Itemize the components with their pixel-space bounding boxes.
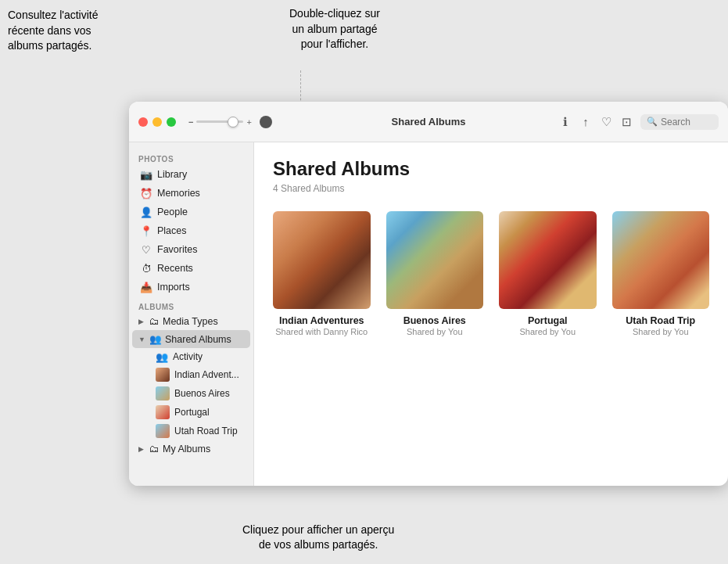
slider-track — [196, 120, 243, 123]
zoom-slider[interactable]: − + — [188, 116, 272, 128]
sidebar-item-my-albums[interactable]: ▶ 🗂 My Albums — [132, 440, 250, 458]
album-area: Shared Albums 4 Shared Albums Indian Adv… — [254, 142, 728, 486]
traffic-lights — [138, 117, 176, 127]
album-thumbnail-portugal — [499, 211, 597, 309]
sidebar-item-label: Shared Albums — [165, 334, 231, 345]
album-thumb-mini — [156, 386, 170, 401]
annotation-top-center: Double-cliquez sur un album partagé pour… — [289, 6, 380, 52]
shared-albums-icon: 👥 — [149, 333, 162, 345]
sidebar-item-people[interactable]: 👤 People — [132, 203, 250, 221]
sidebar-item-label: Portugal — [174, 407, 210, 418]
close-button[interactable] — [138, 117, 148, 127]
sidebar-item-imports[interactable]: 📥 Imports — [132, 278, 250, 296]
album-name: Portugal — [499, 315, 597, 326]
titlebar: − + Shared Albums ℹ ↑ ♡ ⊡ 🔍 — [129, 102, 728, 142]
favorites-icon: ♡ — [140, 243, 152, 256]
my-albums-icon: 🗂 — [149, 444, 160, 454]
sidebar-item-media-types[interactable]: ▶ 🗂 Media Types — [132, 313, 250, 330]
activity-icon: 👥 — [156, 350, 168, 363]
album-thumb-mini — [156, 405, 170, 419]
share-icon[interactable]: ↑ — [579, 116, 592, 128]
memories-icon: ⏰ — [140, 187, 152, 199]
sidebar: Photos 📷 Library ⏰ Memories 👤 People 📍 P… — [129, 142, 254, 486]
shared-albums-children: 👥 Activity Indian Advent... Buenos Aires… — [129, 348, 253, 440]
sidebar-item-label: Recents — [157, 263, 193, 274]
info-icon[interactable]: ℹ — [559, 116, 572, 128]
album-shared-by: Shared by You — [612, 327, 710, 336]
sidebar-item-memories[interactable]: ⏰ Memories — [132, 184, 250, 203]
search-input[interactable] — [661, 117, 715, 128]
people-icon: 👤 — [140, 206, 152, 218]
search-icon: 🔍 — [647, 117, 658, 127]
albums-grid: Indian Adventures Shared with Danny Rico… — [273, 211, 709, 336]
chevron-right-icon: ▶ — [138, 318, 146, 325]
annotation-bottom-center: Cliquez pour afficher un aperçu de vos a… — [242, 523, 394, 553]
sidebar-item-portugal[interactable]: Portugal — [149, 403, 250, 422]
album-shared-by: Shared with Danny Rico — [273, 327, 371, 336]
album-thumbnail-utah — [612, 211, 710, 309]
annotation-top-left: Consultez l'activité récente dans vos al… — [8, 8, 99, 54]
sidebar-item-label: Buenos Aires — [174, 388, 230, 399]
app-window: − + Shared Albums ℹ ↑ ♡ ⊡ 🔍 Photos 📷 — [129, 102, 728, 486]
sidebar-item-library[interactable]: 📷 Library — [132, 165, 250, 184]
sidebar-item-shared-albums[interactable]: ▼ 👥 Shared Albums — [132, 330, 250, 348]
crop-icon[interactable]: ⊡ — [620, 116, 633, 128]
album-card-utah[interactable]: Utah Road Trip Shared by You — [612, 211, 710, 336]
album-count: 4 Shared Albums — [273, 183, 709, 194]
grid-view-button[interactable] — [260, 116, 272, 128]
folder-icon: 🗂 — [149, 316, 160, 327]
sidebar-item-recents[interactable]: ⏱ Recents — [132, 259, 250, 278]
album-shared-by: Shared by You — [499, 327, 597, 336]
albums-section-label: Albums — [129, 296, 253, 313]
maximize-button[interactable] — [167, 117, 176, 127]
sidebar-item-label: Memories — [157, 188, 200, 199]
album-name: Indian Adventures — [273, 315, 371, 326]
minimize-button[interactable] — [152, 117, 162, 127]
window-title: Shared Albums — [392, 116, 466, 128]
zoom-plus-icon[interactable]: + — [246, 117, 251, 127]
places-icon: 📍 — [140, 225, 152, 237]
album-name: Utah Road Trip — [612, 315, 710, 326]
library-icon: 📷 — [140, 168, 152, 181]
album-thumbnail-buenos — [386, 211, 484, 309]
photos-section-label: Photos — [129, 149, 253, 165]
album-thumb-mini — [156, 368, 170, 382]
sidebar-item-indian-adv[interactable]: Indian Advent... — [149, 365, 250, 384]
slider-thumb[interactable] — [228, 117, 238, 128]
sidebar-item-label: Library — [157, 169, 187, 180]
sidebar-item-label: Places — [157, 225, 187, 236]
sidebar-item-utah[interactable]: Utah Road Trip — [149, 422, 250, 440]
sidebar-item-places[interactable]: 📍 Places — [132, 221, 250, 240]
album-card-buenos[interactable]: Buenos Aires Shared by You — [386, 211, 484, 336]
sidebar-item-label: My Albums — [163, 444, 210, 454]
sidebar-item-label: Utah Road Trip — [174, 426, 238, 436]
main-content: Photos 📷 Library ⏰ Memories 👤 People 📍 P… — [129, 142, 728, 486]
heart-icon[interactable]: ♡ — [600, 116, 612, 128]
sidebar-item-buenos-aires[interactable]: Buenos Aires — [149, 384, 250, 403]
sidebar-item-label: Indian Advent... — [174, 369, 239, 380]
sidebar-item-label: Favorites — [157, 244, 197, 255]
album-thumb-mini — [156, 424, 170, 438]
chevron-down-icon: ▼ — [138, 336, 146, 343]
album-card-portugal[interactable]: Portugal Shared by You — [499, 211, 597, 336]
page-title: Shared Albums — [273, 158, 709, 180]
sidebar-item-label: Imports — [157, 282, 190, 293]
album-card-indian[interactable]: Indian Adventures Shared with Danny Rico — [273, 211, 371, 336]
chevron-right-icon: ▶ — [138, 445, 146, 453]
zoom-minus-icon[interactable]: − — [188, 117, 193, 127]
sidebar-item-label: Activity — [173, 351, 203, 362]
sidebar-item-favorites[interactable]: ♡ Favorites — [132, 240, 250, 259]
album-name: Buenos Aires — [386, 315, 484, 326]
sidebar-item-label: People — [157, 207, 188, 217]
search-box[interactable]: 🔍 — [640, 114, 719, 130]
album-shared-by: Shared by You — [386, 327, 484, 336]
imports-icon: 📥 — [140, 281, 152, 293]
titlebar-actions: ℹ ↑ ♡ ⊡ 🔍 — [559, 114, 719, 130]
recents-icon: ⏱ — [140, 262, 152, 275]
sidebar-item-activity[interactable]: 👥 Activity — [149, 348, 250, 365]
album-thumbnail-indian — [273, 211, 371, 309]
sidebar-item-label: Media Types — [163, 316, 218, 327]
